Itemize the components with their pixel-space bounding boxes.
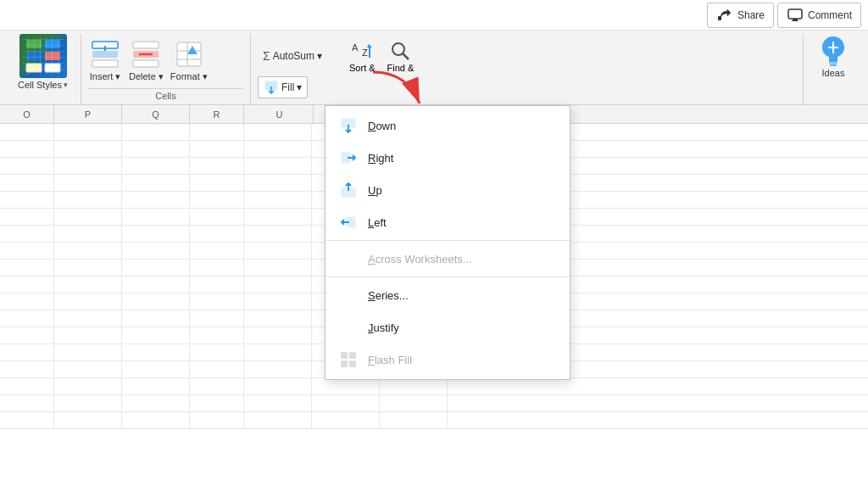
- grid-cell[interactable]: [54, 395, 122, 411]
- grid-cell[interactable]: [0, 378, 54, 394]
- grid-cell[interactable]: [312, 412, 380, 428]
- grid-cell[interactable]: [190, 260, 244, 276]
- grid-cell[interactable]: [122, 158, 190, 174]
- menu-item-series[interactable]: Series...: [326, 279, 570, 311]
- grid-cell[interactable]: [380, 412, 448, 428]
- grid-cell[interactable]: [122, 209, 190, 225]
- grid-cell[interactable]: [122, 378, 190, 394]
- grid-cell[interactable]: [190, 327, 244, 343]
- grid-cell[interactable]: [54, 124, 122, 140]
- grid-cell[interactable]: [54, 361, 122, 377]
- grid-cell[interactable]: [190, 175, 244, 191]
- grid-cell[interactable]: [122, 124, 190, 140]
- grid-cell[interactable]: [0, 276, 54, 293]
- menu-item-up[interactable]: Up: [326, 174, 570, 206]
- grid-cell[interactable]: [0, 243, 54, 259]
- cell-styles-label-wrap[interactable]: Cell Styles ▾: [18, 80, 68, 90]
- grid-cell[interactable]: [0, 158, 54, 174]
- grid-cell[interactable]: [190, 293, 244, 310]
- grid-cell[interactable]: [244, 412, 312, 428]
- find-button[interactable]: Find &: [384, 37, 418, 75]
- insert-button[interactable]: Insert ▾: [88, 37, 122, 82]
- grid-cell[interactable]: [190, 124, 244, 140]
- grid-cell[interactable]: [54, 226, 122, 242]
- comment-button[interactable]: Comment: [777, 3, 861, 28]
- grid-cell[interactable]: [54, 276, 122, 293]
- grid-cell[interactable]: [244, 158, 312, 174]
- fill-button[interactable]: Fill ▾: [258, 76, 308, 98]
- grid-cell[interactable]: [122, 276, 190, 293]
- grid-cell[interactable]: [380, 378, 448, 394]
- grid-cell[interactable]: [190, 141, 244, 157]
- menu-item-across[interactable]: Across Worksheets...: [326, 243, 570, 275]
- grid-cell[interactable]: [122, 226, 190, 242]
- grid-cell[interactable]: [244, 344, 312, 360]
- grid-cell[interactable]: [244, 361, 312, 377]
- grid-cell[interactable]: [190, 378, 244, 394]
- ideas-button[interactable]: [817, 34, 849, 68]
- grid-cell[interactable]: [380, 395, 448, 411]
- grid-cell[interactable]: [54, 310, 122, 327]
- grid-cell[interactable]: [244, 395, 312, 411]
- grid-cell[interactable]: [0, 327, 54, 343]
- menu-item-right[interactable]: Right: [326, 142, 570, 174]
- grid-cell[interactable]: [122, 310, 190, 327]
- grid-cell[interactable]: [190, 276, 244, 293]
- grid-cell[interactable]: [190, 344, 244, 360]
- grid-cell[interactable]: [190, 310, 244, 327]
- grid-cell[interactable]: [244, 378, 312, 394]
- format-button[interactable]: Format ▾: [170, 37, 208, 82]
- grid-cell[interactable]: [122, 395, 190, 411]
- grid-cell[interactable]: [244, 293, 312, 310]
- grid-cell[interactable]: [244, 310, 312, 327]
- grid-cell[interactable]: [54, 260, 122, 276]
- grid-cell[interactable]: [122, 260, 190, 276]
- grid-cell[interactable]: [244, 141, 312, 157]
- grid-cell[interactable]: [122, 192, 190, 208]
- grid-cell[interactable]: [54, 209, 122, 225]
- grid-cell[interactable]: [0, 175, 54, 191]
- grid-cell[interactable]: [244, 175, 312, 191]
- menu-item-flash[interactable]: Flash Fill: [326, 343, 570, 376]
- grid-cell[interactable]: [122, 327, 190, 343]
- grid-cell[interactable]: [122, 175, 190, 191]
- grid-cell[interactable]: [190, 158, 244, 174]
- cell-styles-button[interactable]: [19, 34, 67, 78]
- grid-cell[interactable]: [0, 344, 54, 360]
- grid-cell[interactable]: [190, 192, 244, 208]
- autosum-button[interactable]: Σ AutoSum ▾: [258, 47, 327, 65]
- grid-cell[interactable]: [54, 378, 122, 394]
- grid-cell[interactable]: [54, 243, 122, 259]
- grid-cell[interactable]: [0, 209, 54, 225]
- sort-button[interactable]: A Z Sort &: [346, 37, 379, 75]
- grid-cell[interactable]: [54, 158, 122, 174]
- grid-cell[interactable]: [244, 209, 312, 225]
- grid-cell[interactable]: [312, 378, 380, 394]
- menu-item-left[interactable]: Left: [326, 206, 570, 238]
- grid-cell[interactable]: [312, 395, 380, 411]
- grid-cell[interactable]: [0, 124, 54, 140]
- grid-cell[interactable]: [122, 361, 190, 377]
- grid-cell[interactable]: [244, 192, 312, 208]
- grid-cell[interactable]: [0, 412, 54, 428]
- share-button[interactable]: Share: [707, 3, 774, 28]
- grid-cell[interactable]: [0, 192, 54, 208]
- grid-cell[interactable]: [54, 327, 122, 343]
- grid-cell[interactable]: [0, 361, 54, 377]
- grid-cell[interactable]: [244, 124, 312, 140]
- grid-cell[interactable]: [244, 243, 312, 259]
- table-row[interactable]: [0, 395, 868, 412]
- grid-cell[interactable]: [244, 327, 312, 343]
- grid-cell[interactable]: [122, 293, 190, 310]
- grid-cell[interactable]: [122, 412, 190, 428]
- menu-item-down[interactable]: Down: [326, 109, 570, 142]
- menu-item-justify[interactable]: Justify: [326, 311, 570, 343]
- grid-cell[interactable]: [0, 141, 54, 157]
- grid-cell[interactable]: [54, 192, 122, 208]
- grid-cell[interactable]: [190, 412, 244, 428]
- table-row[interactable]: [0, 378, 868, 395]
- table-row[interactable]: [0, 412, 868, 429]
- grid-cell[interactable]: [54, 344, 122, 360]
- grid-cell[interactable]: [54, 293, 122, 310]
- grid-cell[interactable]: [0, 293, 54, 310]
